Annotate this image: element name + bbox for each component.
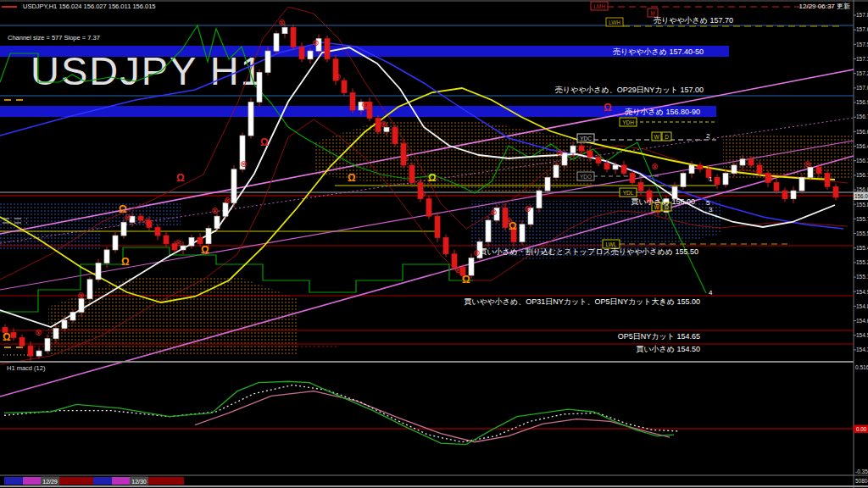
candle-body: [96, 263, 101, 280]
candle-body: [469, 258, 474, 275]
trendline-number: 4: [709, 289, 713, 297]
candle-body: [833, 186, 838, 197]
signal-marker: ⊗: [402, 153, 409, 163]
candle-body: [486, 220, 491, 241]
omega-marker: Ω: [176, 172, 185, 184]
price-axis-label: 156.605: [856, 129, 868, 135]
omega-marker: Ω: [348, 172, 356, 184]
label-box-text: YDH: [622, 119, 634, 125]
candle-body: [308, 51, 313, 59]
candle-body: [45, 339, 50, 351]
candle-body: [613, 165, 618, 169]
label-box-text: YDC: [580, 136, 592, 141]
macd-main-line: [4, 381, 674, 444]
candle-body: [545, 177, 550, 191]
candle-body: [291, 27, 296, 47]
signal-marker: ⊗: [766, 174, 773, 183]
candle-body: [36, 351, 42, 356]
price-axis-label: 154.520: [856, 332, 868, 338]
trendline-number: 2: [706, 132, 710, 140]
signal-marker: ⊗: [524, 204, 531, 214]
price-axis-label: 155.565: [856, 230, 868, 236]
candle-body: [791, 191, 796, 199]
candle-body: [257, 72, 262, 102]
candle-body: [681, 174, 686, 187]
signal-marker: ⊗: [175, 238, 181, 247]
candle-body: [206, 229, 211, 244]
macd-indicator-label: H1 macd (12): [7, 364, 46, 372]
price-axis-label: 155.710: [856, 216, 868, 222]
candle-body: [248, 102, 253, 136]
level-annotation: 売り小さめ 156.80-90: [625, 108, 700, 116]
candle-body: [350, 93, 355, 110]
candle-body: [282, 27, 287, 33]
price-axis-label: 157.650: [856, 26, 868, 32]
session-segment: [148, 477, 184, 485]
omega-marker: Ω: [428, 172, 437, 184]
price-axis-label: 154.370: [856, 347, 868, 352]
price-axis-label: 155.415: [856, 245, 868, 251]
candle-body: [579, 146, 584, 151]
level-annotation: 売りやや小さめ 157.40-50: [613, 47, 704, 56]
candle-body: [70, 312, 75, 320]
label-box-text: D: [665, 134, 669, 140]
signal-marker: ⊗: [651, 162, 658, 171]
candle-body: [189, 237, 194, 246]
signal-marker: ⊗: [77, 291, 84, 300]
session-layer: 12/2912/30: [4, 477, 184, 485]
candle-body: [520, 225, 525, 241]
candle-body: [689, 165, 694, 174]
signal-marker: ⊗: [211, 206, 218, 215]
candle-body: [28, 346, 33, 356]
session-date-label: 12/30: [131, 479, 147, 485]
macd-scale-bottom: 50804: [855, 478, 868, 484]
candle-body: [325, 39, 330, 59]
chart-canvas[interactable]: USDJPY H1 ΩΩΩΩΩΩΩΩΩΩΩΩ⊗⊗⊗⊗⊗⊗⊗⊗⊗⊗⊗⊗⊗⊗⊗⊗⊗⊗…: [0, 0, 868, 488]
omega-marker: Ω: [604, 102, 612, 114]
price-axis-label: 156.160: [856, 172, 868, 178]
candle-body: [104, 250, 109, 263]
price-axis-label: 154.965: [856, 289, 868, 295]
candle-body: [19, 337, 25, 346]
label-box-text: YDL: [623, 190, 634, 196]
ichimoku-cloud: [0, 202, 181, 251]
macd-scale-max: 0.516: [855, 364, 868, 370]
label-box-text: M: [650, 10, 654, 16]
macd-signal-line: [4, 385, 678, 442]
candle-body: [740, 159, 745, 165]
candle-body: [698, 165, 703, 169]
macd-zero-value: 0.00: [856, 426, 867, 432]
candle-body: [87, 280, 92, 299]
price-axis-label: 154.820: [856, 303, 868, 309]
label-box-text: LMH: [593, 3, 605, 9]
candle-body: [409, 165, 415, 182]
candle-body: [782, 191, 787, 199]
candle-body: [342, 80, 347, 92]
candle-body: [732, 165, 737, 174]
signal-marker: ⊗: [419, 189, 426, 198]
omega-marker: Ω: [121, 256, 130, 268]
candle-body: [198, 237, 203, 243]
candle-body: [638, 182, 643, 191]
last-update-timestamp: 12/29 06:37 更新: [799, 3, 850, 10]
macd-secondary-line: [195, 391, 670, 442]
current-price-value: 156.015: [854, 193, 868, 199]
signal-marker: ⊗: [278, 18, 285, 27]
price-axis-label: 157.055: [856, 85, 868, 91]
session-segment: [23, 477, 41, 485]
trendline-number: 3: [709, 206, 713, 214]
current-price-chip: 156.015: [854, 192, 868, 201]
signal-marker: ⊗: [804, 159, 810, 169]
candle-body: [723, 174, 728, 185]
candle-body: [113, 236, 118, 250]
candle-body: [392, 127, 398, 143]
price-axis-label: 154.670: [856, 318, 868, 324]
price-axis-label: 155.860: [856, 202, 868, 208]
signal-marker: ⊗: [454, 265, 461, 274]
macd-scale-min: -0.351: [855, 469, 868, 474]
signal-marker: ⊗: [361, 100, 368, 109]
candle-body: [757, 165, 762, 174]
label-box-text: W: [654, 134, 659, 140]
candle-body: [443, 237, 448, 253]
signal-marker: ⊗: [240, 159, 247, 169]
